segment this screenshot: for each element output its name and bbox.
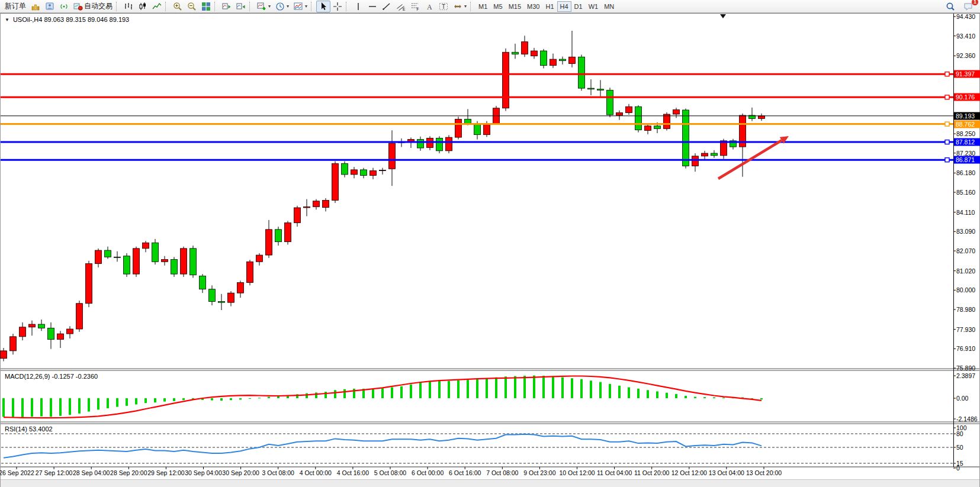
time-axis-label: 5 Oct 08:00 [374,469,406,476]
candle [67,326,73,338]
line-endpoint-handle[interactable] [945,140,949,144]
horizontal-line-button[interactable] [365,1,380,12]
candle [219,294,225,310]
timeframe-m30-button[interactable]: M30 [524,1,542,12]
shapes-icon [453,2,462,11]
candle [560,57,566,64]
new-order-button[interactable]: 新订单 [2,1,28,12]
svg-text:E: E [403,7,406,11]
line-endpoint-handle[interactable] [945,72,949,76]
data-window-button[interactable] [43,1,57,12]
svg-text:A: A [427,2,432,11]
timeframe-mn-button[interactable]: MN [601,1,617,12]
macd-histogram-bar [467,380,469,398]
zoom-out-button[interactable] [185,1,199,12]
macd-histogram-bar [59,398,62,416]
candle [342,161,348,177]
candlestick-button[interactable] [136,1,150,12]
line-endpoint-handle[interactable] [945,158,949,162]
candle [256,253,263,266]
shapes-button[interactable]: ▾ [451,1,469,12]
zoom-in-icon [173,2,182,11]
candle [749,108,756,121]
dropdown-caret-icon[interactable]: ▾ [268,4,271,9]
line-chart-button[interactable] [150,1,164,12]
toolbar-separator [346,2,349,11]
line-endpoint-handle[interactable] [945,122,949,126]
one-click-trading-arrow[interactable]: ▼ [5,17,9,22]
candle [569,31,576,67]
chart-shift-button[interactable] [234,1,248,12]
zoom-out-icon [187,2,197,11]
macd-histogram-bar [523,376,526,398]
candle [673,108,680,118]
macd-histogram-bar [476,379,478,398]
crosshair-button[interactable] [330,1,345,12]
text-label-button[interactable]: A [422,1,436,12]
price-axis-tick: 93.410 [956,33,975,40]
candle [20,322,26,340]
cursor-button[interactable] [316,1,330,12]
time-axis-label: 6 Oct 16:00 [449,469,481,476]
timeframe-m5-button[interactable]: M5 [490,1,505,12]
candle [588,79,595,95]
timeframe-h4-button[interactable]: H4 [557,1,571,12]
macd-histogram-bar [656,391,658,398]
time-axis-label: 4 Oct 00:00 [300,469,332,476]
indicators-button[interactable]: ▾ [291,1,310,12]
timeframe-h1-button[interactable]: H1 [542,1,557,12]
auto-trading-button[interactable]: 自动交易 [71,1,115,12]
vertical-line-button[interactable] [351,1,365,12]
candle [436,136,443,153]
candle [380,168,386,175]
macd-histogram-bar [495,378,497,398]
zoom-in-button[interactable] [171,1,185,12]
chat-button[interactable]: 1 [961,1,975,12]
macd-histogram-bar [438,381,441,398]
dropdown-caret-icon[interactable]: ▾ [305,4,307,9]
timeframe-m15-button[interactable]: M15 [506,1,524,12]
text-box-button[interactable]: T [436,1,451,12]
dropdown-caret-icon[interactable]: ▾ [287,4,289,9]
channel-button[interactable]: E [394,1,408,12]
macd-histogram-bar [69,398,71,415]
chart-shift-marker-icon[interactable] [720,14,726,18]
candle [607,88,613,117]
auto-scroll-button[interactable] [220,1,234,12]
toolbar-separator [249,2,252,11]
macd-histogram-bar [722,398,725,398]
trendline-button[interactable] [380,1,394,12]
candle [645,124,651,134]
candle [626,104,632,115]
candle [313,199,320,210]
fibonacci-button[interactable]: F [408,1,422,12]
line-endpoint-handle[interactable] [945,95,949,99]
macd-histogram-bar [343,389,346,398]
time-axis-label: 26 Sep 2022 [0,469,34,476]
macd-histogram-bar [675,394,677,398]
profiles-icon [31,2,40,11]
candle [616,111,623,120]
toolbar-separator [214,2,217,11]
macd-histogram-bar [12,398,14,418]
signals-button[interactable] [57,1,71,12]
dropdown-caret-icon[interactable]: ▾ [464,4,467,9]
candle [550,53,557,67]
toolbar-right-group: 1 [943,1,978,12]
horizontal-line-icon [368,2,377,11]
period-menu-button[interactable]: ▾ [273,1,291,12]
auto-trading-button-label: 自动交易 [84,1,113,11]
search-button[interactable] [943,1,957,12]
timeframe-m1-button[interactable]: M1 [475,1,490,12]
timeframe-w1-button[interactable]: W1 [586,1,602,12]
tile-windows-button[interactable] [199,1,213,12]
bar-chart-button[interactable] [121,1,136,12]
macd-histogram-bar [154,398,156,402]
macd-histogram-bar [324,392,327,398]
fibonacci-icon: F [410,2,420,11]
profiles-button[interactable] [28,1,43,12]
timeframe-d1-button[interactable]: D1 [571,1,586,12]
new-chart-button[interactable]: ▾ [255,1,273,12]
time-axis-label: 13 Oct 20:00 [746,469,782,476]
candle [228,291,234,307]
